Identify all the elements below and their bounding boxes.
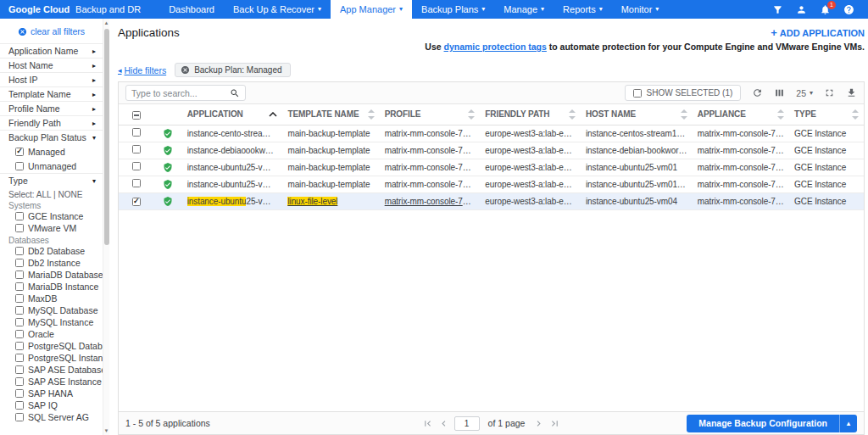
row-checkbox[interactable] (132, 179, 141, 187)
user-icon[interactable] (796, 4, 807, 15)
row-checkbox-checked[interactable] (132, 198, 141, 206)
type-option-maxdb[interactable]: MaxDB (0, 293, 103, 304)
type-option-oracle[interactable]: Oracle (0, 328, 103, 340)
table-row[interactable]: instance-ubuntu25-vm01-restore main-back… (119, 176, 864, 192)
status-option-managed[interactable]: Managed (0, 144, 103, 159)
scroll-down-icon[interactable]: ▼ (104, 427, 109, 435)
dynamic-protection-tags-link[interactable]: dynamic protection tags (444, 42, 547, 52)
type-option-mariadb-instance[interactable]: MariaDB Instance (0, 281, 103, 293)
checkbox-unchecked[interactable] (15, 401, 24, 410)
row-checkbox[interactable] (132, 128, 141, 137)
refresh-icon[interactable] (752, 87, 763, 98)
checkbox-unchecked[interactable] (15, 259, 24, 267)
checkbox-unchecked[interactable] (15, 282, 24, 291)
first-page-icon[interactable] (422, 418, 433, 429)
cell-profile[interactable]: matrix-mm-console-73836_Pro... (380, 192, 481, 209)
table-row-selected[interactable]: instance-ubuntu25-vm04 linux-file-level … (119, 192, 864, 209)
type-option-sap-ase-database[interactable]: SAP ASE Database (0, 364, 103, 376)
checkbox-unchecked[interactable] (15, 306, 24, 315)
fullscreen-icon[interactable] (824, 87, 835, 98)
nav-monitor[interactable]: Monitor▾ (612, 0, 669, 19)
checkbox-unchecked[interactable] (15, 224, 24, 232)
sidebar-filter-application-name[interactable]: Application Name▸ (0, 43, 103, 58)
type-option-vmware-vm[interactable]: VMware VM (0, 222, 103, 234)
row-checkbox[interactable] (132, 162, 141, 170)
help-icon[interactable] (843, 4, 854, 15)
page-size-dropdown[interactable]: 25▾ (796, 88, 813, 98)
checkbox-unchecked[interactable] (15, 413, 24, 421)
sidebar-scrollbar[interactable]: ▲ ▼ (103, 19, 109, 435)
checkbox-unchecked[interactable] (15, 318, 24, 326)
checkbox-unchecked[interactable] (15, 365, 24, 374)
checkbox-unchecked[interactable] (15, 162, 24, 170)
nav-app-manager[interactable]: App Manager▾ (331, 0, 412, 19)
sort-ascending-icon[interactable] (269, 112, 277, 117)
sidebar-filter-template-name[interactable]: Template Name▸ (0, 86, 103, 101)
nav-manage[interactable]: Manage▾ (494, 0, 554, 19)
scrollbar-thumb[interactable] (104, 29, 109, 245)
add-application-button[interactable]: +ADD APPLICATION (771, 28, 865, 38)
columns-icon[interactable] (774, 87, 785, 98)
template-link[interactable]: linux-file-level (287, 197, 337, 206)
cell-application[interactable]: instance-cento-stream10-vm06 (182, 125, 283, 142)
select-all-checkbox[interactable] (132, 111, 141, 120)
sort-icon[interactable] (852, 109, 859, 120)
clear-all-filters-button[interactable]: clear all filters (0, 19, 103, 43)
table-row[interactable]: instance-cento-stream10-vm06 main-backup… (119, 125, 864, 142)
type-option-db2-instance[interactable]: Db2 Instance (0, 257, 103, 269)
last-page-icon[interactable] (549, 418, 560, 429)
type-option-sap-hana[interactable]: SAP HANA (0, 388, 103, 399)
remove-chip-icon[interactable] (181, 65, 190, 75)
column-host-name[interactable]: HOST NAME (581, 104, 693, 125)
type-option-postgresql-database[interactable]: PostgreSQL Database (0, 340, 103, 352)
previous-page-icon[interactable] (438, 418, 449, 429)
type-option-mariadb-database[interactable]: MariaDB Database (0, 269, 103, 281)
cell-template[interactable]: linux-file-level (282, 192, 379, 209)
cell-application[interactable]: instance-ubuntu25-vm04 (182, 192, 283, 209)
checkbox-unchecked[interactable] (15, 389, 24, 398)
checkbox-unchecked[interactable] (15, 354, 24, 362)
column-friendly-path[interactable]: FRIENDLY PATH (480, 104, 581, 125)
column-type[interactable]: TYPE (789, 104, 864, 125)
sort-icon[interactable] (368, 109, 375, 120)
cell-application[interactable]: instance-ubuntu25-vm01-restore (182, 176, 283, 192)
type-option-db2-database[interactable]: Db2 Database (0, 245, 103, 257)
nav-dashboard[interactable]: Dashboard (159, 0, 224, 19)
table-row[interactable]: instance-debiaoookworm-vm05 main-backup-… (119, 142, 864, 159)
checkbox-checked[interactable] (15, 148, 24, 156)
checkbox-unchecked[interactable] (633, 89, 642, 98)
download-icon[interactable] (846, 87, 857, 98)
column-template-name[interactable]: TEMPLATE NAME (282, 104, 379, 125)
scroll-up-icon[interactable]: ▲ (104, 19, 109, 27)
checkbox-unchecked[interactable] (15, 294, 24, 303)
filter-icon[interactable] (772, 4, 783, 15)
next-page-icon[interactable] (533, 418, 544, 429)
column-profile[interactable]: PROFILE (380, 104, 481, 125)
type-option-sap-ase-instance[interactable]: SAP ASE Instance (0, 376, 103, 388)
checkbox-unchecked[interactable] (15, 270, 24, 279)
nav-back-up-recover[interactable]: Back Up & Recover▾ (224, 0, 331, 19)
type-option-mysql-database[interactable]: MySQL Database (0, 304, 103, 316)
type-option-postgresql-instance[interactable]: PostgreSQL Instance (0, 352, 103, 364)
checkbox-unchecked[interactable] (15, 330, 24, 338)
type-option-gce-instance[interactable]: GCE Instance (0, 210, 103, 222)
manage-backup-configuration-button[interactable]: Manage Backup Configuration ▴ (687, 415, 857, 432)
nav-backup-plans[interactable]: Backup Plans▾ (412, 0, 494, 19)
select-none-link[interactable]: NONE (58, 190, 82, 199)
search-input[interactable]: Type to search... (125, 85, 246, 101)
checkbox-unchecked[interactable] (15, 342, 24, 350)
backup-plan-filter-chip[interactable]: Backup Plan: Managed (175, 63, 290, 77)
select-all-link[interactable]: ALL (36, 190, 51, 199)
checkbox-unchecked[interactable] (15, 247, 24, 255)
sidebar-filter-host-name[interactable]: Host Name▸ (0, 58, 103, 72)
type-option-mysql-instance[interactable]: MySQL Instance (0, 316, 103, 328)
cell-application[interactable]: instance-ubuntu25-vm01 (182, 159, 283, 176)
column-application[interactable]: APPLICATION (182, 104, 283, 125)
show-selected-button[interactable]: SHOW SELECTED (1) (625, 85, 742, 101)
checkbox-unchecked[interactable] (15, 377, 24, 386)
sort-icon[interactable] (681, 109, 687, 120)
hide-filters-link[interactable]: ◂Hide filters (118, 65, 166, 75)
sidebar-filter-type[interactable]: Type▾ (0, 173, 103, 187)
checkbox-unchecked[interactable] (15, 212, 24, 220)
cell-application[interactable]: instance-debiaoookworm-vm05 (182, 142, 283, 159)
